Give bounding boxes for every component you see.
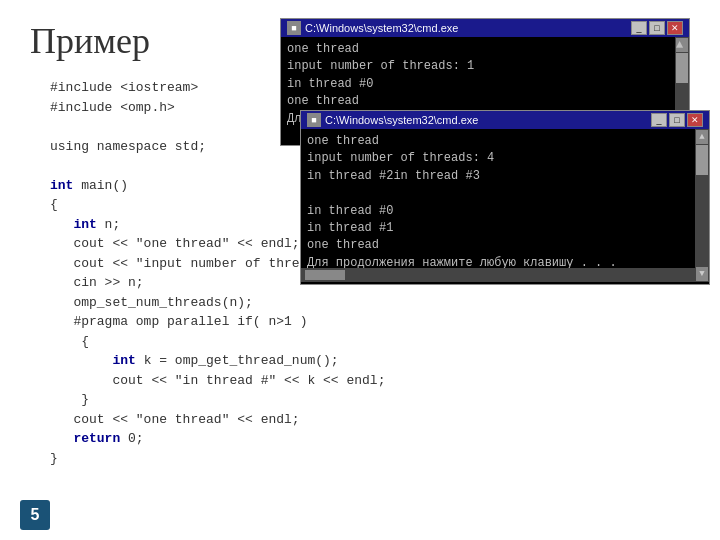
cmd-icon-2: ■ [307,113,321,127]
code-line: } [50,390,690,410]
cmd-titlebar-2: ■ C:\Windows\system32\cmd.exe _ □ ✕ [301,111,709,129]
cmd-scroll-thumb-1[interactable] [676,53,688,83]
cmd-line: one thread [287,41,671,58]
code-line: omp_set_num_threads(n); [50,293,690,313]
cmd-icon-1: ■ [287,21,301,35]
cmd-title-left-1: ■ C:\Windows\system32\cmd.exe [287,21,458,35]
cmd-line: one thread [307,133,691,150]
cmd-minimize-1[interactable]: _ [631,21,647,35]
slide: Пример #include <iostream> #include <omp… [0,0,720,540]
slide-number: 5 [20,500,50,530]
cmd-scroll-thumb-2[interactable] [696,145,708,175]
cmd-title-left-2: ■ C:\Windows\system32\cmd.exe [307,113,478,127]
code-line: } [50,449,690,469]
cmd-titlebar-1: ■ C:\Windows\system32\cmd.exe _ □ ✕ [281,19,689,37]
cmd-scroll-up-1[interactable]: ▲ [676,38,688,52]
cmd-scroll-down-2[interactable]: ▼ [696,267,708,281]
cmd-body-2: one thread input number of threads: 4 in… [301,129,709,282]
cmd-maximize-2[interactable]: □ [669,113,685,127]
cmd-line: in thread #0 [287,76,671,93]
cmd-hscrollbar-2[interactable] [301,268,695,282]
cmd-line: one thread [287,93,671,110]
code-line: return 0; [50,429,690,449]
cmd-close-2[interactable]: ✕ [687,113,703,127]
cmd-controls-1[interactable]: _ □ ✕ [631,21,683,35]
cmd-hscroll-thumb-2[interactable] [305,270,345,280]
cmd-line: input number of threads: 1 [287,58,671,75]
cmd-minimize-2[interactable]: _ [651,113,667,127]
code-line: int k = omp_get_thread_num(); [50,351,690,371]
cmd-maximize-1[interactable]: □ [649,21,665,35]
cmd-line: in thread #0 [307,203,691,220]
cmd-line [307,185,691,202]
cmd-line: input number of threads: 4 [307,150,691,167]
cmd-line: in thread #1 [307,220,691,237]
cmd-title-text-2: C:\Windows\system32\cmd.exe [325,114,478,126]
code-line: cout << "one thread" << endl; [50,410,690,430]
cmd-line: one thread [307,237,691,254]
cmd-scroll-up-2[interactable]: ▲ [696,130,708,144]
cmd-controls-2[interactable]: _ □ ✕ [651,113,703,127]
code-line: cout << "in thread #" << k << endl; [50,371,690,391]
cmd-window-2: ■ C:\Windows\system32\cmd.exe _ □ ✕ one … [300,110,710,285]
code-line: #pragma omp parallel if( n>1 ) [50,312,690,332]
code-line: { [50,332,690,352]
cmd-line: in thread #2in thread #3 [307,168,691,185]
cmd-scrollbar-2[interactable]: ▲ ▼ [695,129,709,282]
cmd-close-1[interactable]: ✕ [667,21,683,35]
cmd-title-text-1: C:\Windows\system32\cmd.exe [305,22,458,34]
